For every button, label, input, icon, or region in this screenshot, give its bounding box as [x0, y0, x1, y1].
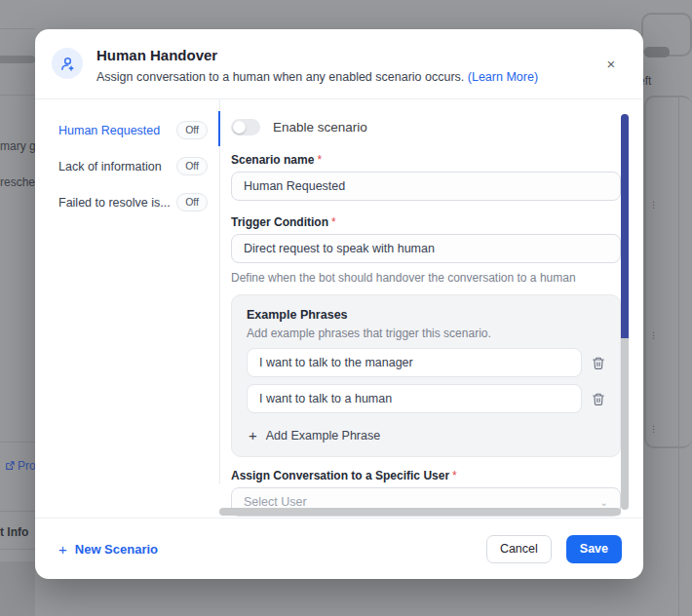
trash-icon[interactable] — [592, 355, 606, 370]
bg-card — [644, 96, 692, 448]
required-asterisk: * — [331, 215, 336, 229]
user-add-icon — [52, 48, 83, 79]
footer-actions: Cancel Save — [486, 535, 622, 563]
phrase-row — [247, 384, 606, 413]
sidebar-item-lack-of-information[interactable]: Lack of information Off — [58, 157, 219, 175]
horizontal-scrollbar[interactable] — [219, 508, 621, 516]
scenario-label: Lack of information — [58, 160, 162, 173]
phrase-row — [247, 348, 606, 377]
trigger-condition-label: Trigger Condition* — [231, 215, 621, 229]
toggle-knob — [233, 121, 246, 134]
bg-bar — [0, 56, 35, 63]
close-icon[interactable]: × — [600, 54, 622, 75]
example-phrases-description: Add example phrases that trigger this sc… — [247, 327, 606, 340]
dialog-header: Human Handover Assign conversation to a … — [35, 29, 643, 98]
enable-scenario-toggle[interactable] — [231, 119, 260, 135]
status-badge: Off — [176, 121, 208, 139]
bg-divider — [0, 28, 35, 29]
bg-bar — [644, 47, 670, 58]
bg-divider — [678, 96, 679, 616]
scenario-list: Human Requested Off Lack of information … — [35, 99, 219, 518]
required-asterisk: * — [452, 469, 457, 482]
save-button[interactable]: Save — [566, 535, 622, 563]
required-asterisk: * — [317, 153, 322, 167]
sidebar-divider — [219, 99, 220, 484]
scenario-name-input[interactable] — [231, 172, 621, 201]
dialog-body: Human Requested Off Lack of information … — [35, 99, 643, 518]
scenario-form: Enable scenario Scenario name* Trigger C… — [231, 99, 621, 518]
assign-user-label: Assign Conversation to a Specific User* — [231, 469, 621, 482]
scenario-label: Failed to resolve is... — [58, 196, 171, 210]
human-handover-dialog: Human Handover Assign conversation to a … — [35, 29, 643, 579]
scenario-label: Human Requested — [58, 124, 160, 137]
new-scenario-button[interactable]: + New Scenario — [58, 542, 158, 557]
dialog-footer: + New Scenario Cancel Save — [35, 519, 643, 579]
bg-divider — [0, 442, 35, 443]
phrase-input-2[interactable] — [247, 384, 582, 413]
bg-resize-grip: ⋮ — [649, 425, 658, 434]
bg-text-contact-info: t Info — [0, 525, 28, 539]
vertical-scrollbar-track[interactable] — [621, 338, 629, 510]
sidebar-item-human-requested[interactable]: Human Requested Off — [58, 121, 219, 139]
trash-icon[interactable] — [592, 391, 606, 406]
bg-resize-grip: ⋮ — [649, 331, 658, 340]
example-phrases-card: Example Phrases Add example phrases that… — [231, 294, 621, 457]
vertical-scrollbar-thumb[interactable] — [621, 114, 629, 338]
cancel-button[interactable]: Cancel — [486, 535, 552, 563]
chevron-down-icon: ⌄ — [600, 497, 608, 508]
add-example-phrase-button[interactable]: + Add Example Phrase — [247, 420, 380, 446]
phrase-input-1[interactable] — [247, 348, 582, 377]
active-scenario-indicator — [218, 111, 220, 146]
vertical-scrollbar[interactable] — [621, 114, 629, 510]
bg-divider — [0, 549, 35, 550]
status-badge: Off — [176, 157, 208, 175]
plus-icon: + — [249, 428, 257, 443]
sidebar-item-failed-to-resolve[interactable]: Failed to resolve is... Off — [58, 193, 219, 212]
header-texts: Human Handover Assign conversation to a … — [96, 46, 600, 85]
learn-more-link[interactable]: (Learn More) — [468, 70, 538, 84]
enable-scenario-label: Enable scenario — [273, 120, 367, 135]
plus-icon: + — [58, 542, 67, 557]
external-link-icon — [5, 461, 15, 471]
bg-divider — [0, 511, 35, 512]
dialog-title: Human Handover — [96, 46, 600, 65]
scenario-name-label: Scenario name* — [231, 153, 621, 167]
bg-resize-grip: ⋮ — [649, 201, 658, 210]
trigger-condition-input[interactable] — [231, 234, 621, 263]
enable-scenario-row: Enable scenario — [231, 117, 621, 136]
status-badge: Off — [176, 193, 208, 212]
trigger-condition-helper: Define when the bot should handover the … — [231, 271, 621, 286]
bg-footer-strip — [0, 561, 35, 616]
dialog-description: Assign conversation to a human when any … — [96, 69, 600, 85]
bg-divider — [0, 95, 35, 96]
select-placeholder: Select User — [244, 495, 307, 509]
example-phrases-title: Example Phrases — [247, 308, 606, 322]
